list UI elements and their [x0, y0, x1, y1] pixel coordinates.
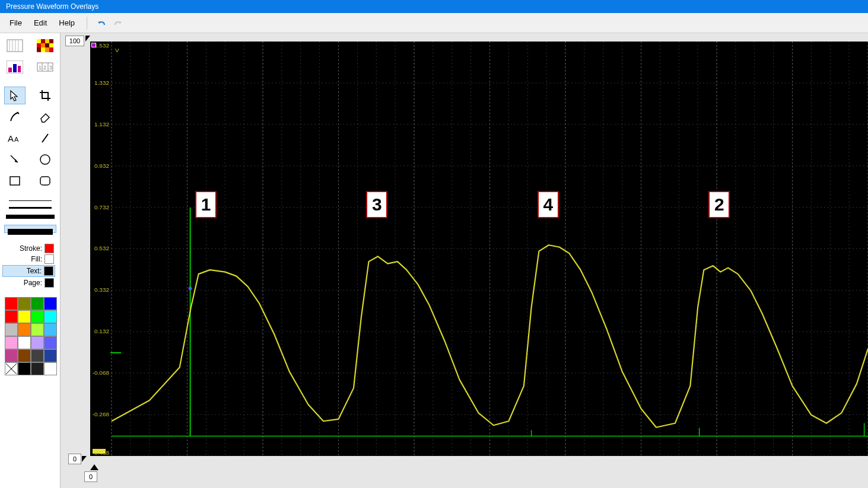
palette-color[interactable] [44, 362, 57, 375]
menu-bar: File Edit Help [0, 13, 868, 33]
line-medium[interactable] [9, 207, 52, 209]
svg-text:1.532: 1.532 [94, 42, 109, 49]
rectangle-icon [8, 174, 21, 187]
palette-color[interactable] [44, 310, 57, 323]
tool-pointer[interactable] [4, 87, 26, 104]
svg-rect-27 [10, 177, 20, 185]
tool-rounded-rect[interactable] [34, 172, 56, 190]
row-page[interactable]: Page: [2, 278, 54, 288]
tool-arrow[interactable] [4, 151, 26, 168]
palette-color[interactable] [18, 336, 31, 349]
tool-numeric[interactable]: 123 [34, 58, 56, 76]
eraser-icon [39, 110, 52, 123]
palette-color[interactable] [5, 310, 18, 323]
arrow-icon [8, 153, 21, 166]
palette-color[interactable] [44, 297, 57, 310]
palette-color[interactable] [31, 297, 44, 310]
annotation-label[interactable]: 2 [708, 191, 730, 218]
tool-heatmap[interactable] [34, 37, 56, 55]
palette-color[interactable] [18, 323, 31, 336]
row-fill[interactable]: Fill: [2, 254, 54, 264]
svg-rect-3 [41, 39, 45, 43]
svg-rect-28 [40, 177, 50, 185]
ruler-top-marker-icon[interactable] [85, 36, 93, 44]
row-stroke[interactable]: Stroke: [2, 244, 54, 253]
redo-button [110, 15, 126, 31]
tool-crop[interactable] [34, 87, 56, 104]
palette-color[interactable] [5, 323, 18, 336]
waveform-plot[interactable]: -0.468-0.268-0.0680.1320.3320.5320.7320.… [90, 42, 868, 456]
page-swatch[interactable] [44, 278, 54, 288]
text-swatch[interactable] [44, 266, 53, 276]
svg-text:0.732: 0.732 [94, 204, 109, 210]
svg-text:A: A [14, 136, 19, 143]
palette-color[interactable] [31, 336, 44, 349]
annotation-label[interactable]: 4 [538, 191, 559, 218]
tool-rectangle[interactable] [4, 172, 26, 190]
stroke-swatch[interactable] [44, 244, 54, 253]
palette-color[interactable] [44, 323, 57, 336]
row-text[interactable]: Text: [2, 265, 55, 277]
ruler-left-marker-icon[interactable] [82, 456, 89, 464]
palette-color[interactable] [5, 297, 18, 310]
palette-color[interactable] [18, 349, 31, 362]
tool-line[interactable] [34, 129, 56, 147]
palette-color[interactable] [31, 362, 44, 375]
palette-color[interactable] [5, 336, 18, 349]
palette-color[interactable] [5, 349, 18, 362]
palette-color[interactable] [31, 323, 44, 336]
menu-edit[interactable]: Edit [28, 15, 53, 31]
line-icon [39, 132, 52, 145]
ruler-bottom-marker-icon[interactable] [90, 464, 98, 471]
ruler-bottom-input[interactable] [84, 471, 97, 482]
svg-rect-16 [13, 64, 17, 72]
line-thickness-group [2, 200, 58, 233]
tool-ellipse[interactable] [34, 151, 56, 168]
palette-color[interactable] [44, 336, 57, 349]
annotation-label[interactable]: 1 [195, 191, 217, 218]
menu-separator [87, 17, 87, 30]
ruler-left-input[interactable] [68, 454, 81, 464]
svg-rect-6 [37, 43, 41, 47]
line-thick[interactable] [6, 215, 55, 219]
numeric-icon: 123 [37, 60, 53, 74]
tool-pen[interactable] [4, 108, 26, 126]
line-xthick[interactable] [4, 225, 56, 233]
redo-icon [113, 18, 123, 28]
palette-color[interactable] [44, 349, 57, 362]
undo-button[interactable] [93, 15, 110, 31]
tool-text[interactable]: AA [4, 129, 26, 147]
trace-indicator[interactable] [93, 449, 106, 454]
line-thin[interactable] [9, 200, 52, 201]
menu-help[interactable]: Help [53, 15, 81, 31]
svg-point-107 [189, 287, 192, 291]
menu-file[interactable]: File [4, 15, 28, 31]
tool-trace-view[interactable] [4, 37, 26, 55]
palette-color[interactable] [5, 362, 18, 375]
palette-color[interactable] [31, 310, 44, 323]
palette-color[interactable] [31, 349, 44, 362]
pointer-icon [8, 89, 21, 102]
fill-swatch[interactable] [44, 254, 54, 264]
annotation-label[interactable]: 3 [366, 191, 387, 218]
svg-rect-2 [37, 39, 41, 43]
rounded-rect-icon [39, 174, 52, 187]
svg-rect-8 [45, 43, 49, 47]
text-icon: AA [8, 132, 22, 144]
svg-rect-13 [49, 47, 53, 52]
palette-color[interactable] [18, 362, 31, 375]
crop-icon [39, 89, 52, 102]
svg-text:V: V [115, 47, 119, 53]
svg-text:1: 1 [39, 65, 42, 71]
canvas-area: -0.468-0.268-0.0680.1320.3320.5320.7320.… [61, 33, 868, 488]
fill-label: Fill: [31, 255, 42, 263]
svg-text:A: A [8, 133, 14, 143]
tool-eraser[interactable] [34, 108, 56, 126]
pen-icon [8, 110, 21, 123]
ruler-top-input[interactable] [65, 36, 84, 46]
palette-color[interactable] [18, 310, 31, 323]
tool-bar-chart[interactable] [4, 58, 26, 76]
palette-color[interactable] [18, 297, 31, 310]
color-palette [2, 297, 58, 375]
svg-point-26 [40, 155, 50, 164]
